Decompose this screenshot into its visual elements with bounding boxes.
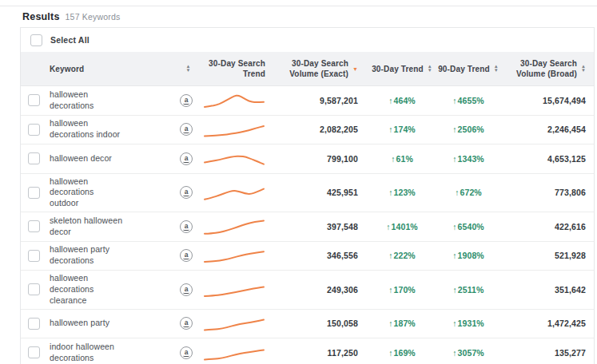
volume-exact-value: 117,250 — [328, 348, 358, 358]
amazon-icon: a — [180, 283, 193, 296]
trend-up-icon: ↑ — [388, 125, 392, 134]
search-trend-sparkline — [203, 279, 265, 300]
row-checkbox[interactable] — [28, 250, 40, 262]
amazon-icon: a — [180, 249, 193, 262]
volume-broad-value: 135,277 — [555, 348, 586, 358]
table-header-row: Keyword ▲▼ 30-Day Search Trend 30-Day Se… — [21, 52, 594, 86]
trend-up-icon: ↑ — [453, 285, 457, 295]
results-count-badge: 157 Keywords — [66, 12, 121, 22]
trend-up-icon: ↑ — [452, 154, 456, 164]
sort-desc-icon: ▼ — [352, 66, 358, 72]
table-body: halloweendecorations a 9,587,201 ↑464% ↑… — [21, 86, 594, 364]
keyword-text: halloweendecorationsclearance — [50, 273, 94, 307]
trend-up-icon: ↑ — [391, 154, 395, 164]
trend-30-value: ↑222% — [388, 251, 416, 260]
results-table-card: Select All Keyword ▲▼ 30-Day Search Tren… — [20, 27, 595, 364]
trend-up-icon: ↑ — [452, 125, 456, 134]
volume-exact-value: 346,556 — [327, 251, 358, 260]
column-header-trend-90[interactable]: 90-Day Trend ▲▼ — [436, 64, 500, 74]
volume-broad-value: 4,653,125 — [547, 154, 586, 164]
trend-90-value: ↑672% — [455, 188, 482, 197]
table-row: indoor halloweendecorations a 117,250 ↑1… — [21, 338, 594, 364]
volume-broad-value: 2,246,454 — [547, 125, 586, 134]
keyword-text: halloweendecorations — [50, 89, 94, 112]
volume-exact-value: 425,951 — [327, 188, 358, 197]
trend-up-icon: ↑ — [455, 188, 459, 197]
trend-90-value: ↑2511% — [453, 285, 484, 295]
trend-30-value: ↑1401% — [386, 222, 418, 231]
trend-30-value: ↑123% — [388, 188, 416, 197]
amazon-icon: a — [180, 317, 193, 330]
amazon-icon: a — [180, 220, 193, 233]
amazon-icon: a — [180, 346, 193, 359]
column-header-volume-broad[interactable]: 30-Day Search Volume (Broad) ▲▼ — [500, 58, 594, 79]
row-checkbox[interactable] — [28, 124, 40, 136]
sort-icon: ▲▼ — [494, 65, 499, 73]
volume-broad-value: 521,928 — [555, 251, 586, 260]
row-checkbox[interactable] — [28, 283, 40, 295]
search-trend-sparkline — [203, 182, 265, 203]
search-trend-sparkline — [203, 342, 265, 363]
search-trend-sparkline — [203, 245, 265, 266]
trend-90-value: ↑1343% — [452, 154, 484, 164]
keyword-text: halloweendecorationsoutdoor — [50, 176, 94, 210]
keyword-text: indoor halloweendecorations — [50, 342, 114, 364]
column-header-volume-exact[interactable]: 30-Day Search Volume (Exact) ▼ — [273, 58, 368, 79]
sort-icon: ▲▼ — [185, 65, 190, 73]
volume-broad-value: 351,642 — [555, 285, 586, 295]
trend-up-icon: ↑ — [452, 251, 456, 260]
trend-90-value: ↑4655% — [452, 96, 484, 105]
row-checkbox[interactable] — [28, 220, 40, 232]
trend-90-value: ↑1908% — [452, 251, 484, 260]
trend-30-value: ↑464% — [388, 96, 416, 105]
keyword-text: halloween party — [50, 318, 109, 329]
volume-exact-value: 397,548 — [327, 222, 358, 231]
search-trend-sparkline — [203, 313, 265, 334]
volume-exact-value: 2,082,205 — [320, 125, 358, 134]
column-header-trend-30[interactable]: 30-Day Trend ▲▼ — [368, 64, 436, 74]
trend-90-value: ↑1931% — [452, 318, 484, 328]
row-checkbox[interactable] — [28, 346, 40, 358]
volume-exact-value: 150,058 — [327, 318, 358, 328]
trend-30-value: ↑187% — [388, 318, 416, 328]
keyword-text: halloween decor — [50, 153, 112, 164]
column-header-search-trend[interactable]: 30-Day Search Trend — [200, 58, 273, 79]
results-bar: Results 157 Keywords — [0, 6, 597, 27]
trend-90-value: ↑6540% — [452, 222, 484, 231]
row-checkbox[interactable] — [28, 187, 40, 199]
trend-30-value: ↑61% — [391, 154, 413, 164]
table-row: halloweendecorationsoutdoor a 425,951 ↑1… — [21, 174, 594, 213]
row-checkbox[interactable] — [28, 152, 40, 164]
row-checkbox[interactable] — [28, 94, 40, 106]
volume-broad-value: 422,616 — [555, 222, 586, 231]
amazon-icon: a — [180, 186, 193, 199]
search-trend-sparkline — [203, 148, 265, 169]
trend-up-icon: ↑ — [388, 318, 392, 328]
keyword-text: skeleton halloweendecor — [50, 216, 122, 238]
trend-up-icon: ↑ — [452, 96, 456, 105]
trend-up-icon: ↑ — [452, 318, 456, 328]
column-header-keyword-sort[interactable]: ▲▼ — [173, 65, 200, 73]
sort-icon: ▲▼ — [428, 65, 432, 73]
amazon-icon: a — [180, 94, 193, 107]
keyword-text: halloweendecorations indoor — [50, 118, 120, 140]
column-header-keyword[interactable]: Keyword — [46, 64, 173, 74]
select-all-checkbox[interactable] — [30, 34, 42, 46]
volume-broad-value: 773,806 — [555, 188, 586, 197]
trend-30-value: ↑169% — [388, 348, 416, 358]
trend-90-value: ↑3057% — [452, 348, 484, 358]
trend-90-value: ↑2506% — [452, 125, 484, 134]
row-checkbox[interactable] — [28, 318, 40, 330]
volume-exact-value: 799,100 — [327, 154, 358, 164]
table-row: halloween party a 150,058 ↑187% ↑1931% 1… — [21, 310, 594, 339]
results-title: Results — [22, 11, 60, 22]
select-all-row: Select All — [21, 28, 594, 52]
volume-broad-value: 15,674,494 — [543, 96, 586, 105]
table-row: halloweendecorationsclearance a 249,306 … — [21, 271, 594, 310]
table-row: halloween decor a 799,100 ↑61% ↑1343% 4,… — [21, 144, 594, 174]
trend-up-icon: ↑ — [386, 222, 390, 231]
volume-broad-value: 1,472,425 — [547, 318, 586, 328]
trend-up-icon: ↑ — [388, 285, 392, 295]
keyword-text: halloween partydecorations — [50, 244, 109, 267]
trend-up-icon: ↑ — [388, 348, 392, 358]
